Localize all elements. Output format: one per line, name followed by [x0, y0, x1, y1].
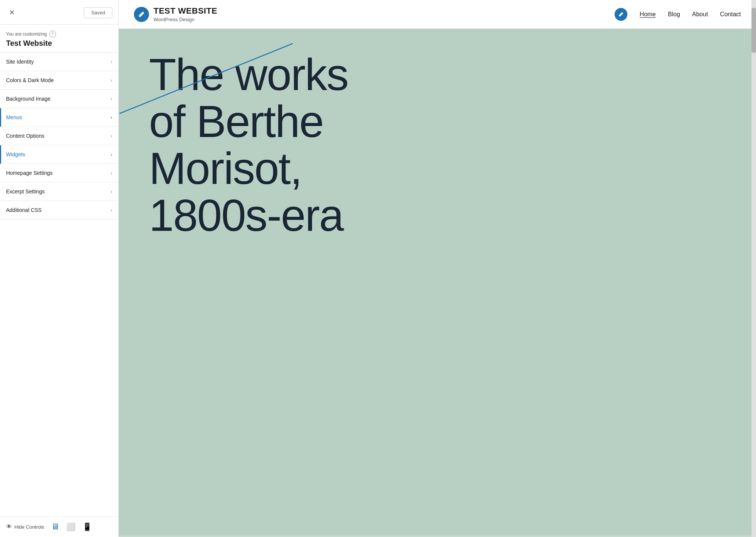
scrollbar[interactable] — [751, 0, 756, 537]
nav-link-blog[interactable]: Blog — [668, 11, 680, 18]
sidebar-item-label: Homepage Settings — [6, 170, 53, 176]
close-button[interactable]: ✕ — [6, 7, 17, 18]
chevron-right-icon: › — [110, 77, 112, 83]
hide-controls-button[interactable]: 👁 Hide Controls — [6, 523, 44, 530]
preview-area: TEST WEBSITE WordPress Design Home Blog … — [119, 0, 756, 537]
nav-link-contact[interactable]: Contact — [720, 11, 741, 18]
nav-edit-button[interactable] — [615, 8, 627, 21]
nav-link-about[interactable]: About — [692, 11, 708, 18]
chevron-right-icon: › — [110, 133, 112, 139]
preview-site-title: TEST WEBSITE — [154, 6, 217, 16]
tablet-view-button[interactable]: ⬜ — [66, 522, 76, 531]
hero-text: The works of Berthe Morisot, 1800s-era — [149, 51, 489, 239]
preview-logo: TEST WEBSITE WordPress Design — [134, 6, 217, 22]
sidebar-item-homepage-settings[interactable]: Homepage Settings › — [0, 164, 118, 182]
sidebar-item-site-identity[interactable]: Site Identity › — [0, 53, 118, 71]
sidebar-item-label: Background Image — [6, 96, 51, 102]
chevron-right-icon: › — [110, 59, 112, 65]
chevron-right-icon: › — [110, 207, 112, 213]
sidebar-item-menus[interactable]: Menus › — [0, 108, 118, 127]
sidebar-header: ✕ Saved — [0, 0, 118, 25]
chevron-right-icon: › — [110, 170, 112, 176]
preview-nav: Home Blog About Contact — [615, 8, 741, 21]
sidebar-item-label: Content Options — [6, 133, 44, 139]
customizer-sidebar: ✕ Saved You are customizing ? Test Websi… — [0, 0, 119, 537]
sidebar-item-label: Additional CSS — [6, 207, 42, 213]
preview-header: TEST WEBSITE WordPress Design Home Blog … — [119, 0, 756, 29]
sidebar-item-label: Menus — [6, 114, 22, 120]
sidebar-item-additional-css[interactable]: Additional CSS › — [0, 201, 118, 219]
saved-button[interactable]: Saved — [84, 7, 112, 18]
sidebar-item-label: Excerpt Settings — [6, 188, 45, 195]
preview-site-tagline: WordPress Design — [154, 17, 217, 22]
sidebar-item-content-options[interactable]: Content Options › — [0, 127, 118, 145]
chevron-right-icon: › — [110, 151, 112, 157]
nav-link-home[interactable]: Home — [640, 11, 656, 18]
desktop-view-button[interactable]: 🖥 — [51, 522, 59, 532]
eye-icon: 👁 — [6, 523, 12, 530]
sidebar-item-excerpt-settings[interactable]: Excerpt Settings › — [0, 182, 118, 201]
site-name: Test Website — [6, 39, 112, 48]
sidebar-item-label: Site Identity — [6, 59, 34, 65]
preview-hero: The works of Berthe Morisot, 1800s-era — [119, 29, 756, 535]
chevron-right-icon: › — [110, 114, 112, 120]
help-icon[interactable]: ? — [49, 31, 56, 37]
sidebar-item-background-image[interactable]: Background Image › — [0, 90, 118, 108]
sidebar-footer: 👁 Hide Controls 🖥 ⬜ 📱 — [0, 516, 118, 537]
sidebar-item-label: Colors & Dark Mode — [6, 77, 54, 83]
customizing-section: You are customizing ? Test Website — [0, 25, 118, 53]
chevron-right-icon: › — [110, 96, 112, 102]
mobile-view-button[interactable]: 📱 — [82, 522, 92, 531]
customizing-label: You are customizing ? — [6, 31, 112, 37]
sidebar-item-colors-dark-mode[interactable]: Colors & Dark Mode › — [0, 71, 118, 90]
scrollbar-thumb[interactable] — [751, 8, 756, 53]
menu-section: Site Identity › Colors & Dark Mode › Bac… — [0, 53, 118, 516]
sidebar-item-label: Widgets — [6, 151, 25, 157]
sidebar-item-widgets[interactable]: Widgets › — [0, 145, 118, 164]
logo-edit-button[interactable] — [134, 7, 149, 22]
chevron-right-icon: › — [110, 188, 112, 195]
